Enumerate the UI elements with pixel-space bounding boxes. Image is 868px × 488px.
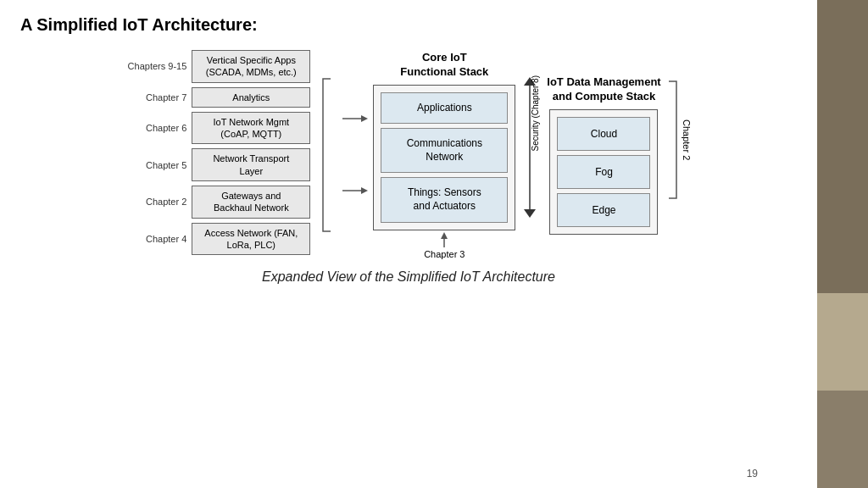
svg-marker-8: [524, 209, 536, 218]
chapter-label-1: Chapters 9-15: [125, 61, 186, 71]
chapter-box-6: Access Network (FAN,LoRa, PLC): [192, 223, 310, 256]
chapter-label-6: Chapter 4: [125, 234, 186, 244]
core-box-things: Things: Sensorsand Actuators: [381, 177, 508, 222]
chapter-row-2: Chapter 7 Analytics: [125, 87, 310, 108]
core-stack-section: Core IoT Functional Stack Applications C…: [373, 51, 515, 259]
chapter-label-4: Chapter 5: [125, 160, 186, 170]
data-box-fog: Fog: [557, 155, 650, 189]
chapter-box-3: IoT Network Mgmt(CoAP, MQTT): [192, 112, 310, 145]
chapter-box-1: Vertical Specific Apps(SCADA, MDMs, etc.…: [192, 50, 310, 83]
left-column: Chapters 9-15 Vertical Specific Apps(SCA…: [125, 50, 310, 259]
chapter-label-3: Chapter 6: [125, 123, 186, 133]
chapter2-label: Chapter 2: [682, 119, 692, 160]
data-stack-title: IoT Data Managementand Compute Stack: [547, 75, 660, 104]
main-content: A Simplified IoT Architecture: Chapters …: [0, 0, 817, 488]
data-stack-section: IoT Data Managementand Compute Stack Clo…: [547, 75, 660, 235]
chapter3-section: Chapter 3: [424, 232, 465, 259]
chapter-row: Chapters 9-15 Vertical Specific Apps(SCA…: [125, 50, 310, 83]
core-box-applications: Applications: [381, 92, 508, 125]
diagram-container: Chapters 9-15 Vertical Specific Apps(SCA…: [125, 50, 691, 259]
chapter-row-5: Chapter 2 Gateways andBackhaul Network: [125, 186, 310, 219]
security-section: Security (Chapter 8): [519, 75, 540, 151]
page-title: A Simplified IoT Architecture:: [20, 15, 797, 35]
diagram-caption: Expanded View of the Simplified IoT Arch…: [262, 269, 555, 285]
chapter-label-2: Chapter 7: [125, 92, 186, 103]
page-number: 19: [747, 468, 758, 480]
chapter-row-4: Chapter 5 Network TransportLayer: [125, 148, 310, 181]
chapter3-label: Chapter 3: [424, 249, 465, 259]
svg-marker-1: [361, 115, 368, 122]
chapter2-bracket: Chapter 2: [665, 77, 692, 202]
data-box-cloud: Cloud: [557, 117, 650, 151]
core-stack-title: Core IoT Functional Stack: [400, 51, 488, 80]
chapter-label-5: Chapter 2: [125, 197, 186, 207]
chapter-row-3: Chapter 6 IoT Network Mgmt(CoAP, MQTT): [125, 112, 310, 145]
chapter-box-2: Analytics: [192, 87, 310, 108]
chapter-box-5: Gateways andBackhaul Network: [192, 186, 310, 219]
left-bracket: [319, 75, 336, 236]
core-box-comms: CommunicationsNetwork: [381, 128, 508, 173]
diagram-area: Chapters 9-15 Vertical Specific Apps(SCA…: [20, 50, 797, 285]
data-box-edge: Edge: [557, 193, 650, 227]
svg-marker-5: [441, 232, 448, 239]
chapter-box-4: Network TransportLayer: [192, 148, 310, 181]
left-arrows: [342, 83, 368, 227]
chapter-row-6: Chapter 4 Access Network (FAN,LoRa, PLC): [125, 223, 310, 256]
sidebar-middle: [817, 293, 868, 391]
sidebar-top: [817, 0, 868, 293]
right-sidebar: [817, 0, 868, 488]
sidebar-bottom: [817, 391, 868, 488]
svg-marker-3: [361, 187, 368, 194]
security-label: Security (Chapter 8): [531, 75, 540, 151]
